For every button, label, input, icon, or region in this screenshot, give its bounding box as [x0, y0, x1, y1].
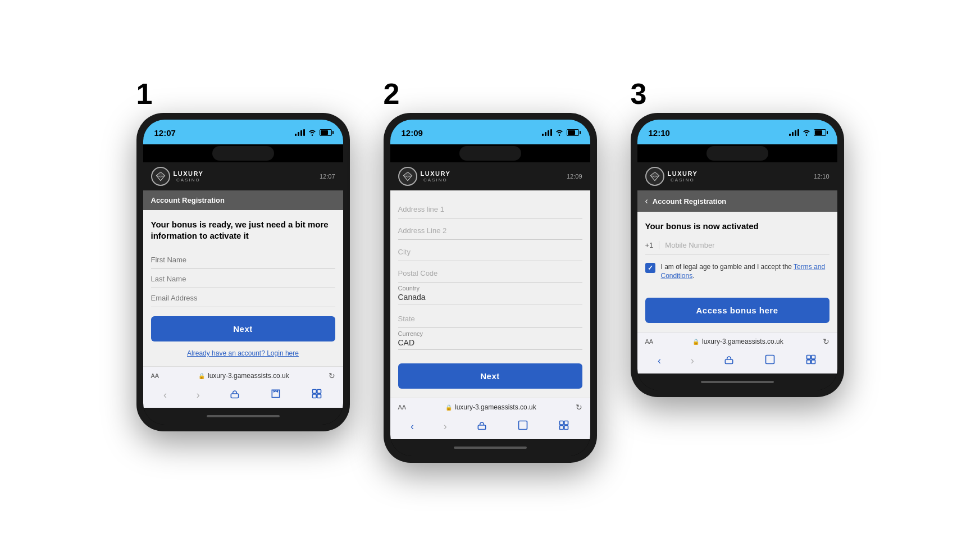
back-button-3[interactable]: ‹ — [645, 196, 648, 206]
address-line2-input[interactable]: Address Line 2 — [398, 221, 582, 240]
terms-checkbox-row: ✓ I am of legal age to gamble and I acce… — [645, 262, 829, 281]
home-bar-2 — [454, 447, 527, 449]
step-2-number: 2 — [384, 79, 400, 108]
dynamic-island-3 — [637, 144, 837, 162]
url-bar-1: AA 🔒 luxury-3.gameassists.co.uk ↻ — [143, 367, 343, 385]
address-line1-input[interactable]: Address line 1 — [398, 199, 582, 218]
casino-header-3: LUXURY CASINO 12:10 — [637, 162, 837, 190]
browser-nav-2: ‹ › — [390, 416, 590, 439]
dynamic-island-1 — [143, 144, 343, 162]
header-time-3: 12:10 — [814, 173, 829, 180]
url-text-area-1[interactable]: 🔒 luxury-3.gameassists.co.uk — [163, 372, 323, 380]
city-input[interactable]: City — [398, 242, 582, 261]
casino-name-2: LUXURY CASINO — [421, 170, 451, 183]
diamond-icon-1 — [151, 167, 170, 186]
last-name-input[interactable] — [151, 269, 335, 288]
svg-rect-4 — [317, 390, 321, 394]
phone-1-inner: 12:07 — [143, 120, 343, 425]
reload-btn-2[interactable]: ↻ — [576, 403, 582, 412]
svg-rect-12 — [564, 421, 568, 425]
back-nav-1[interactable]: ‹ — [163, 389, 167, 401]
svg-rect-9 — [478, 425, 486, 430]
url-domain-1: luxury-3.gameassists.co.uk — [208, 372, 289, 380]
casino-header-2: LUXURY CASINO 12:09 — [390, 162, 590, 190]
status-bar-3: 12:10 — [637, 120, 837, 144]
next-button-2[interactable]: Next — [398, 363, 582, 389]
battery-icon-3 — [814, 129, 826, 136]
share-nav-3[interactable] — [723, 354, 735, 368]
share-nav-1[interactable] — [229, 388, 240, 402]
tabs-nav-2[interactable] — [558, 420, 569, 434]
status-icons-2 — [542, 129, 579, 136]
status-icons-3 — [789, 129, 826, 136]
url-text-area-3[interactable]: 🔒 luxury-3.gameassists.co.uk — [658, 338, 818, 345]
country-value[interactable]: Canada — [398, 293, 582, 304]
dynamic-island-pill-1 — [212, 146, 274, 161]
phone-2: 12:09 — [384, 113, 597, 463]
mobile-number-input[interactable]: Mobile Number — [665, 241, 714, 249]
tabs-nav-3[interactable] — [805, 354, 817, 368]
text-size-btn-3[interactable]: AA — [645, 338, 654, 345]
lock-icon-3: 🔒 — [692, 339, 699, 345]
form-area-2: Address line 1 Address Line 2 City Posta… — [390, 190, 590, 398]
svg-rect-18 — [766, 356, 774, 364]
svg-rect-11 — [560, 421, 564, 425]
svg-rect-19 — [807, 356, 811, 359]
share-nav-2[interactable] — [476, 420, 487, 434]
home-indicator-2 — [390, 439, 590, 456]
text-size-btn-2[interactable]: AA — [398, 404, 407, 411]
step-1-container: 1 12:07 — [136, 79, 350, 431]
access-bonus-button[interactable]: Access bonus here — [645, 298, 829, 323]
wifi-icon-3 — [802, 129, 811, 136]
step-3-container: 3 12:10 — [631, 79, 844, 397]
casino-name-1: LUXURY CASINO — [174, 170, 204, 183]
forward-nav-3[interactable]: › — [691, 355, 694, 367]
browser-bottom-1: AA 🔒 luxury-3.gameassists.co.uk ↻ ‹ › — [143, 366, 343, 408]
tabs-nav-1[interactable] — [311, 388, 322, 402]
reload-btn-1[interactable]: ↻ — [329, 371, 335, 380]
login-link[interactable]: Already have an account? Login here — [151, 349, 335, 357]
currency-label: Currency — [398, 330, 582, 337]
casino-logo-3: LUXURY CASINO — [645, 167, 698, 186]
forward-nav-1[interactable]: › — [197, 389, 200, 401]
country-group: Country Canada — [398, 285, 582, 304]
email-input[interactable] — [151, 288, 335, 307]
status-bar-1: 12:07 — [143, 120, 343, 144]
svg-rect-21 — [807, 360, 811, 364]
url-domain-3: luxury-3.gameassists.co.uk — [702, 338, 783, 345]
next-button-1[interactable]: Next — [151, 316, 335, 341]
casino-header-1: LUXURY CASINO 12:07 — [143, 162, 343, 190]
status-time-1: 12:07 — [154, 128, 176, 138]
back-nav-2[interactable]: ‹ — [411, 421, 414, 432]
status-time-3: 12:10 — [649, 128, 670, 138]
url-text-area-2[interactable]: 🔒 luxury-3.gameassists.co.uk — [411, 403, 571, 411]
postal-code-input[interactable]: Postal Code — [398, 263, 582, 283]
home-indicator-1 — [143, 408, 343, 425]
state-input[interactable]: State — [398, 309, 582, 328]
phone-input-row: +1 Mobile Number — [645, 241, 829, 254]
signal-icon-3 — [789, 129, 799, 136]
browser-nav-3: ‹ › — [637, 350, 837, 374]
svg-rect-6 — [317, 394, 321, 398]
page-wrapper: 1 12:07 — [11, 79, 969, 463]
section-header-3: ‹ Account Registration — [637, 190, 837, 212]
terms-checkbox[interactable]: ✓ — [645, 263, 655, 273]
currency-value[interactable]: CAD — [398, 338, 582, 350]
forward-nav-2[interactable]: › — [444, 421, 447, 432]
svg-rect-10 — [519, 421, 527, 430]
back-nav-3[interactable]: ‹ — [658, 355, 661, 367]
bookmarks-nav-2[interactable] — [517, 420, 528, 434]
header-time-2: 12:09 — [567, 173, 582, 180]
status-time-2: 12:09 — [402, 128, 423, 138]
casino-logo-1: LUXURY CASINO — [151, 167, 204, 186]
bookmarks-nav-1[interactable] — [270, 388, 281, 402]
first-name-input[interactable] — [151, 250, 335, 269]
bookmarks-nav-3[interactable] — [764, 354, 776, 368]
url-bar-3: AA 🔒 luxury-3.gameassists.co.uk ↻ — [637, 333, 837, 350]
svg-rect-20 — [812, 356, 815, 359]
text-size-btn-1[interactable]: AA — [151, 372, 159, 379]
lock-icon-2: 🔒 — [445, 404, 452, 411]
reload-btn-3[interactable]: ↻ — [823, 337, 829, 346]
country-label: Country — [398, 285, 582, 292]
home-bar-1 — [207, 415, 280, 417]
